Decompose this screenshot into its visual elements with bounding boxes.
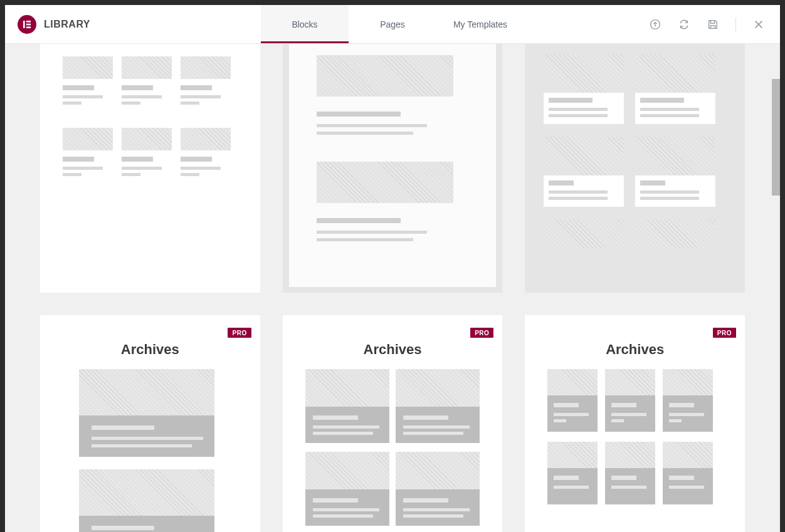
library-header: LIBRARY Blocks Pages My Templates	[5, 5, 780, 44]
placeholder-group	[605, 369, 655, 432]
placeholder-block	[635, 54, 715, 93]
library-content[interactable]: PRO Archives PRO Archives	[5, 44, 780, 532]
placeholder-block	[635, 137, 715, 175]
placeholder-group	[663, 369, 713, 432]
placeholder-block	[544, 54, 624, 93]
placeholder-group	[79, 469, 214, 532]
inner-panel	[635, 137, 715, 207]
card-title: Archives	[525, 315, 745, 358]
placeholder-line	[181, 173, 199, 176]
placeholder-group	[663, 442, 713, 504]
svg-rect-0	[23, 21, 25, 28]
placeholder-block	[63, 56, 113, 79]
placeholder-caption	[79, 516, 214, 532]
placeholder-group	[305, 369, 389, 443]
placeholder-block	[122, 56, 172, 79]
tab-blocks[interactable]: Blocks	[261, 5, 349, 43]
placeholder-block	[605, 442, 655, 468]
placeholder-block	[181, 56, 231, 79]
placeholder-caption	[396, 489, 480, 526]
placeholder-caption	[396, 407, 480, 443]
sync-icon[interactable]	[678, 18, 690, 31]
placeholder-caption	[547, 395, 598, 432]
placeholder-block	[663, 369, 713, 395]
placeholder-block	[63, 128, 113, 150]
tab-label: My Templates	[453, 19, 507, 29]
placeholder-block	[544, 219, 624, 248]
svg-rect-1	[26, 21, 31, 23]
header-divider	[735, 18, 736, 31]
pro-badge: PRO	[228, 328, 251, 338]
placeholder-block	[317, 162, 453, 203]
library-modal: LIBRARY Blocks Pages My Templates	[5, 5, 780, 532]
placeholder-line	[122, 102, 140, 105]
inner-panel	[544, 54, 624, 124]
placeholder-caption	[79, 415, 214, 457]
library-tabs: Blocks Pages My Templates	[261, 5, 524, 43]
placeholder-line	[640, 180, 665, 185]
placeholder-block	[79, 469, 214, 516]
placeholder-line	[549, 190, 608, 194]
placeholder-block	[305, 369, 389, 407]
template-card[interactable]	[283, 44, 503, 293]
placeholder-line	[122, 95, 162, 98]
pro-badge: PRO	[470, 328, 493, 338]
placeholder-line	[549, 108, 608, 111]
placeholder-block	[396, 369, 480, 407]
placeholder-line	[181, 157, 212, 162]
placeholder-line	[549, 98, 593, 103]
placeholder-block	[547, 369, 598, 395]
placeholder-group	[547, 442, 598, 504]
template-card[interactable]	[525, 44, 745, 293]
placeholder-block	[635, 219, 715, 248]
inner-panel	[635, 54, 715, 124]
card-title: Archives	[283, 315, 503, 358]
template-card[interactable]	[40, 44, 260, 293]
elementor-logo-icon	[18, 15, 36, 34]
placeholder-line	[181, 85, 212, 90]
placeholder-caption	[305, 489, 389, 526]
template-card-archives[interactable]: PRO Archives	[525, 315, 745, 532]
pro-badge: PRO	[713, 328, 736, 338]
tab-pages[interactable]: Pages	[349, 5, 436, 43]
placeholder-block	[305, 452, 389, 489]
placeholder-line	[317, 231, 427, 234]
placeholder-caption	[305, 407, 389, 443]
placeholder-line	[63, 85, 94, 90]
placeholder-line	[317, 218, 401, 223]
placeholder-line	[317, 238, 413, 241]
placeholder-line	[63, 95, 103, 98]
placeholder-caption	[663, 395, 713, 432]
svg-rect-2	[26, 23, 31, 25]
placeholder-caption	[663, 468, 713, 504]
placeholder-line	[122, 167, 162, 170]
close-icon[interactable]	[752, 18, 765, 31]
template-grid: PRO Archives PRO Archives	[5, 44, 780, 532]
placeholder-line	[549, 114, 608, 117]
placeholder-line	[640, 108, 699, 111]
placeholder-block	[663, 442, 713, 468]
placeholder-line	[549, 180, 574, 185]
placeholder-line	[63, 167, 103, 170]
placeholder-block	[181, 128, 231, 150]
tab-my-templates[interactable]: My Templates	[436, 5, 524, 43]
placeholder-line	[181, 95, 221, 98]
placeholder-line	[317, 132, 413, 135]
placeholder-block	[547, 442, 598, 468]
placeholder-line	[640, 190, 699, 194]
placeholder-line	[63, 173, 82, 176]
header-actions	[649, 18, 780, 31]
placeholder-line	[640, 197, 699, 200]
save-icon[interactable]	[707, 18, 719, 31]
template-card-archives[interactable]: PRO Archives	[40, 315, 260, 532]
svg-rect-3	[26, 26, 31, 28]
template-card-archives[interactable]: PRO Archives	[283, 315, 503, 532]
placeholder-line	[122, 173, 140, 176]
placeholder-line	[63, 157, 94, 162]
scrollbar-thumb[interactable]	[772, 79, 780, 196]
tab-label: Pages	[380, 19, 405, 29]
placeholder-line	[181, 167, 221, 170]
inner-panel	[544, 137, 624, 207]
upload-icon[interactable]	[649, 18, 661, 31]
placeholder-group	[396, 369, 480, 443]
